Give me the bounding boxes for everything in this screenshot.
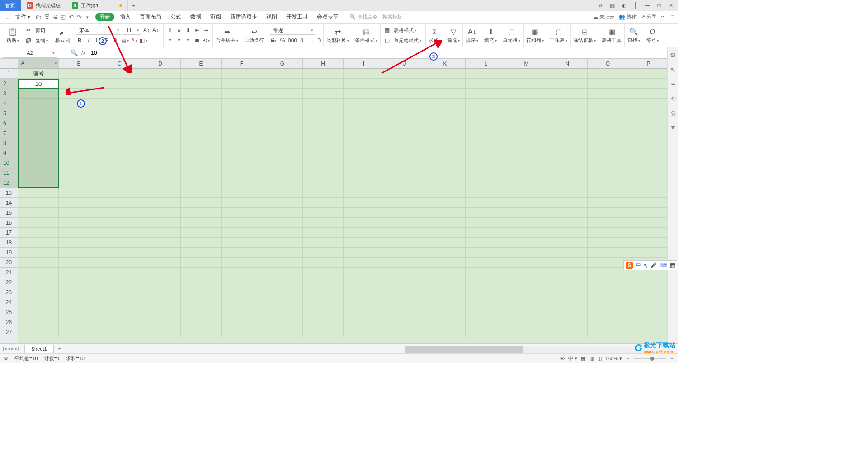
cell-G14[interactable] [262, 198, 303, 208]
cell-N23[interactable] [547, 287, 588, 297]
cell-E21[interactable] [181, 268, 222, 277]
cell-J24[interactable] [384, 297, 425, 307]
cell-M13[interactable] [506, 188, 547, 198]
cell-D17[interactable] [140, 228, 181, 238]
cell-P9[interactable] [628, 148, 669, 158]
format-painter-button[interactable]: 🖌格式刷 [52, 24, 73, 47]
cell-F19[interactable] [222, 248, 262, 258]
cell-F16[interactable] [222, 218, 262, 228]
ime-punct-icon[interactable]: •, [644, 262, 647, 268]
row-header-16[interactable]: 16 [0, 218, 18, 228]
cell-F12[interactable] [222, 178, 262, 188]
cell-M21[interactable] [506, 268, 547, 277]
align-top-icon[interactable]: ⬆ [166, 26, 174, 34]
cell-B18[interactable] [59, 238, 99, 248]
cell-A11[interactable] [18, 168, 59, 178]
cell-I13[interactable] [344, 188, 384, 198]
zoom-level[interactable]: 160% ▾ [605, 356, 622, 362]
cell-O15[interactable] [588, 208, 628, 218]
cell-H16[interactable] [303, 218, 344, 228]
cell-H17[interactable] [303, 228, 344, 238]
cell-A24[interactable] [18, 297, 59, 307]
cell-F5[interactable] [222, 108, 262, 118]
cell-F6[interactable] [222, 118, 262, 128]
cell-K26[interactable] [425, 317, 466, 327]
cell-I14[interactable] [344, 198, 384, 208]
cell-G11[interactable] [262, 168, 303, 178]
cell-B9[interactable] [59, 148, 99, 158]
cell-B19[interactable] [59, 248, 99, 258]
col-header-H[interactable]: H [303, 59, 344, 68]
cell-H24[interactable] [303, 297, 344, 307]
cell-H2[interactable] [303, 79, 344, 89]
cell-C21[interactable] [99, 268, 140, 277]
cell-B17[interactable] [59, 228, 99, 238]
fill-button[interactable]: ⬇填充 [481, 24, 500, 47]
cell-P24[interactable] [628, 297, 669, 307]
cell-L24[interactable] [466, 297, 506, 307]
cell-C10[interactable] [99, 158, 140, 168]
cell-L5[interactable] [466, 108, 506, 118]
cell-G27[interactable] [262, 327, 303, 337]
cell-E4[interactable] [181, 99, 222, 108]
cell-I27[interactable] [344, 327, 384, 337]
cell-A15[interactable] [18, 208, 59, 218]
cell-I3[interactable] [344, 89, 384, 99]
row-header-14[interactable]: 14 [0, 198, 18, 208]
cell-A10[interactable] [18, 158, 59, 168]
spreadsheet-grid[interactable]: ABCDEFGHIJKLMNOP 12345678910111213141516… [0, 59, 678, 343]
cell-P11[interactable] [628, 168, 669, 178]
cell-L21[interactable] [466, 268, 506, 277]
menu-dev-tools[interactable]: 开发工具 [283, 12, 311, 22]
cell-B7[interactable] [59, 128, 99, 138]
cell-I23[interactable] [344, 287, 384, 297]
cell-N11[interactable] [547, 168, 588, 178]
cell-L7[interactable] [466, 128, 506, 138]
indent-inc-icon[interactable]: ⇥ [203, 26, 210, 34]
cell-G16[interactable] [262, 218, 303, 228]
cell-D22[interactable] [140, 277, 181, 287]
cell-H15[interactable] [303, 208, 344, 218]
cell-G1[interactable] [262, 69, 303, 79]
cell-J16[interactable] [384, 218, 425, 228]
cell-H22[interactable] [303, 277, 344, 287]
cell-D18[interactable] [140, 238, 181, 248]
cell-A12[interactable] [18, 178, 59, 188]
cell-J23[interactable] [384, 287, 425, 297]
cell-D3[interactable] [140, 89, 181, 99]
tab-templates[interactable]: D 找稻壳模板 [21, 0, 66, 11]
cell-M22[interactable] [506, 277, 547, 287]
wrap-text-button[interactable]: ↩自动换行 [241, 24, 267, 47]
cell-L8[interactable] [466, 138, 506, 148]
cell-K25[interactable] [425, 307, 466, 317]
cell-G22[interactable] [262, 277, 303, 287]
font-effect-button[interactable]: A [112, 37, 119, 45]
cell-N7[interactable] [547, 128, 588, 138]
qat-dropdown-icon[interactable]: ▾ [84, 14, 91, 21]
col-header-E[interactable]: E [181, 59, 222, 68]
cell-M1[interactable] [506, 69, 547, 79]
font-name-select[interactable]: 宋体 [76, 26, 121, 35]
cell-L20[interactable] [466, 258, 506, 268]
cell-L9[interactable] [466, 148, 506, 158]
ime-toolbar[interactable]: S 中 •, 🎤 ⌨ ▦ [623, 260, 677, 270]
cell-N27[interactable] [547, 327, 588, 337]
cell-C1[interactable] [99, 69, 140, 79]
minimize-button[interactable]: — [644, 2, 651, 9]
cell-N13[interactable] [547, 188, 588, 198]
cell-J5[interactable] [384, 108, 425, 118]
cell-L15[interactable] [466, 208, 506, 218]
cell-O22[interactable] [588, 277, 628, 287]
cell-M3[interactable] [506, 89, 547, 99]
dec-decimal-icon[interactable]: ←.0 [311, 37, 321, 45]
sort-button[interactable]: A↓排序 [463, 24, 481, 47]
cell-G20[interactable] [262, 258, 303, 268]
cell-H14[interactable] [303, 198, 344, 208]
font-color-button[interactable]: A [131, 37, 138, 45]
cell-K2[interactable] [425, 79, 466, 89]
cell-G2[interactable] [262, 79, 303, 89]
cell-F11[interactable] [222, 168, 262, 178]
menu-icon[interactable]: ≡ [4, 14, 11, 21]
cell-C22[interactable] [99, 277, 140, 287]
hscroll-track[interactable] [405, 346, 672, 352]
